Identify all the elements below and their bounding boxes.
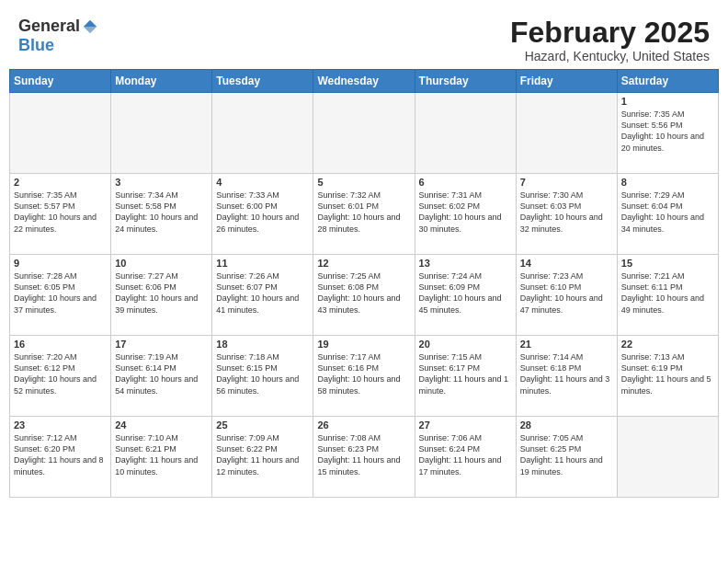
calendar-header-row: SundayMondayTuesdayWednesdayThursdayFrid… bbox=[10, 70, 719, 93]
svg-marker-1 bbox=[84, 27, 97, 33]
calendar-day-cell: 6Sunrise: 7:31 AM Sunset: 6:02 PM Daylig… bbox=[415, 174, 516, 255]
calendar-day-cell: 7Sunrise: 7:30 AM Sunset: 6:03 PM Daylig… bbox=[516, 174, 617, 255]
day-info: Sunrise: 7:29 AM Sunset: 6:04 PM Dayligh… bbox=[621, 190, 714, 235]
calendar-day-cell: 22Sunrise: 7:13 AM Sunset: 6:19 PM Dayli… bbox=[617, 336, 718, 417]
day-number: 28 bbox=[520, 419, 613, 431]
calendar-day-cell: 28Sunrise: 7:05 AM Sunset: 6:25 PM Dayli… bbox=[516, 417, 617, 498]
logo: General Blue bbox=[18, 17, 98, 55]
calendar-day-cell bbox=[111, 93, 212, 174]
day-info: Sunrise: 7:20 AM Sunset: 6:12 PM Dayligh… bbox=[14, 351, 107, 396]
logo-icon bbox=[82, 18, 98, 35]
day-info: Sunrise: 7:10 AM Sunset: 6:21 PM Dayligh… bbox=[115, 432, 208, 477]
calendar-day-cell: 4Sunrise: 7:33 AM Sunset: 6:00 PM Daylig… bbox=[212, 174, 313, 255]
day-info: Sunrise: 7:27 AM Sunset: 6:06 PM Dayligh… bbox=[115, 270, 208, 316]
day-of-week-header: Friday bbox=[516, 70, 617, 93]
day-number: 20 bbox=[419, 339, 512, 350]
calendar-day-cell: 2Sunrise: 7:35 AM Sunset: 5:57 PM Daylig… bbox=[10, 174, 111, 255]
calendar-day-cell bbox=[415, 93, 516, 174]
day-of-week-header: Sunday bbox=[10, 70, 111, 93]
calendar-day-cell: 25Sunrise: 7:09 AM Sunset: 6:22 PM Dayli… bbox=[212, 417, 313, 498]
calendar-day-cell: 27Sunrise: 7:06 AM Sunset: 6:24 PM Dayli… bbox=[415, 417, 516, 498]
day-number: 19 bbox=[317, 339, 410, 350]
calendar-day-cell bbox=[516, 93, 617, 174]
day-number: 16 bbox=[14, 339, 107, 350]
day-info: Sunrise: 7:13 AM Sunset: 6:19 PM Dayligh… bbox=[621, 351, 714, 396]
day-info: Sunrise: 7:08 AM Sunset: 6:23 PM Dayligh… bbox=[317, 432, 410, 477]
day-number: 26 bbox=[317, 419, 410, 431]
day-number: 11 bbox=[216, 258, 309, 269]
day-info: Sunrise: 7:19 AM Sunset: 6:14 PM Dayligh… bbox=[115, 351, 208, 396]
calendar-day-cell: 14Sunrise: 7:23 AM Sunset: 6:10 PM Dayli… bbox=[516, 255, 617, 336]
calendar-week-row: 16Sunrise: 7:20 AM Sunset: 6:12 PM Dayli… bbox=[10, 336, 719, 417]
calendar-day-cell: 21Sunrise: 7:14 AM Sunset: 6:18 PM Dayli… bbox=[516, 336, 617, 417]
calendar-day-cell: 23Sunrise: 7:12 AM Sunset: 6:20 PM Dayli… bbox=[10, 417, 111, 498]
calendar-day-cell: 17Sunrise: 7:19 AM Sunset: 6:14 PM Dayli… bbox=[111, 336, 212, 417]
day-number: 22 bbox=[621, 339, 714, 350]
day-info: Sunrise: 7:05 AM Sunset: 6:25 PM Dayligh… bbox=[520, 432, 613, 477]
day-number: 13 bbox=[419, 258, 512, 269]
day-number: 4 bbox=[216, 177, 309, 188]
calendar-day-cell: 10Sunrise: 7:27 AM Sunset: 6:06 PM Dayli… bbox=[111, 255, 212, 336]
calendar-week-row: 23Sunrise: 7:12 AM Sunset: 6:20 PM Dayli… bbox=[10, 417, 719, 498]
calendar-day-cell: 9Sunrise: 7:28 AM Sunset: 6:05 PM Daylig… bbox=[10, 255, 111, 336]
day-info: Sunrise: 7:31 AM Sunset: 6:02 PM Dayligh… bbox=[419, 190, 512, 235]
calendar-day-cell: 24Sunrise: 7:10 AM Sunset: 6:21 PM Dayli… bbox=[111, 417, 212, 498]
day-info: Sunrise: 7:35 AM Sunset: 5:57 PM Dayligh… bbox=[14, 190, 107, 235]
day-number: 1 bbox=[621, 96, 714, 107]
calendar-week-row: 9Sunrise: 7:28 AM Sunset: 6:05 PM Daylig… bbox=[10, 255, 719, 336]
day-number: 9 bbox=[14, 258, 107, 269]
day-number: 10 bbox=[115, 258, 208, 269]
calendar-day-cell bbox=[212, 93, 313, 174]
day-number: 21 bbox=[520, 339, 613, 350]
page-header: General Blue February 2025 Hazard, Kentu… bbox=[9, 9, 719, 69]
day-number: 12 bbox=[317, 258, 410, 269]
day-of-week-header: Thursday bbox=[415, 70, 516, 93]
calendar-day-cell: 13Sunrise: 7:24 AM Sunset: 6:09 PM Dayli… bbox=[415, 255, 516, 336]
calendar-day-cell bbox=[10, 93, 111, 174]
calendar-day-cell: 18Sunrise: 7:18 AM Sunset: 6:15 PM Dayli… bbox=[212, 336, 313, 417]
day-number: 3 bbox=[115, 177, 208, 188]
calendar-day-cell: 20Sunrise: 7:15 AM Sunset: 6:17 PM Dayli… bbox=[415, 336, 516, 417]
day-number: 2 bbox=[14, 177, 107, 188]
day-number: 15 bbox=[621, 258, 714, 269]
calendar-day-cell: 15Sunrise: 7:21 AM Sunset: 6:11 PM Dayli… bbox=[617, 255, 718, 336]
calendar-day-cell: 5Sunrise: 7:32 AM Sunset: 6:01 PM Daylig… bbox=[313, 174, 415, 255]
day-of-week-header: Tuesday bbox=[212, 70, 313, 93]
calendar-week-row: 2Sunrise: 7:35 AM Sunset: 5:57 PM Daylig… bbox=[10, 174, 719, 255]
day-info: Sunrise: 7:30 AM Sunset: 6:03 PM Dayligh… bbox=[520, 190, 613, 235]
day-number: 6 bbox=[419, 177, 512, 188]
logo-general-text: General bbox=[18, 17, 80, 36]
day-info: Sunrise: 7:32 AM Sunset: 6:01 PM Dayligh… bbox=[317, 190, 410, 235]
calendar-day-cell: 1Sunrise: 7:35 AM Sunset: 5:56 PM Daylig… bbox=[617, 93, 718, 174]
day-number: 27 bbox=[419, 419, 512, 431]
calendar-week-row: 1Sunrise: 7:35 AM Sunset: 5:56 PM Daylig… bbox=[10, 93, 719, 174]
calendar-day-cell: 26Sunrise: 7:08 AM Sunset: 6:23 PM Dayli… bbox=[313, 417, 415, 498]
day-number: 7 bbox=[520, 177, 613, 188]
day-number: 25 bbox=[216, 419, 309, 431]
day-info: Sunrise: 7:21 AM Sunset: 6:11 PM Dayligh… bbox=[621, 270, 714, 316]
title-block: February 2025 Hazard, Kentucky, United S… bbox=[510, 17, 710, 63]
day-info: Sunrise: 7:25 AM Sunset: 6:08 PM Dayligh… bbox=[317, 270, 410, 316]
calendar-day-cell: 12Sunrise: 7:25 AM Sunset: 6:08 PM Dayli… bbox=[313, 255, 415, 336]
day-info: Sunrise: 7:26 AM Sunset: 6:07 PM Dayligh… bbox=[216, 270, 309, 316]
day-number: 5 bbox=[317, 177, 410, 188]
calendar-day-cell: 8Sunrise: 7:29 AM Sunset: 6:04 PM Daylig… bbox=[617, 174, 718, 255]
calendar-day-cell bbox=[313, 93, 415, 174]
day-info: Sunrise: 7:12 AM Sunset: 6:20 PM Dayligh… bbox=[14, 432, 107, 477]
day-info: Sunrise: 7:17 AM Sunset: 6:16 PM Dayligh… bbox=[317, 351, 410, 396]
calendar-table: SundayMondayTuesdayWednesdayThursdayFrid… bbox=[9, 69, 719, 498]
day-info: Sunrise: 7:09 AM Sunset: 6:22 PM Dayligh… bbox=[216, 432, 309, 477]
svg-marker-0 bbox=[84, 19, 97, 26]
calendar-day-cell bbox=[617, 417, 718, 498]
day-number: 14 bbox=[520, 258, 613, 269]
logo-blue-text: Blue bbox=[18, 36, 54, 55]
day-info: Sunrise: 7:35 AM Sunset: 5:56 PM Dayligh… bbox=[621, 109, 714, 154]
day-number: 24 bbox=[115, 419, 208, 431]
day-info: Sunrise: 7:33 AM Sunset: 6:00 PM Dayligh… bbox=[216, 190, 309, 235]
day-info: Sunrise: 7:06 AM Sunset: 6:24 PM Dayligh… bbox=[419, 432, 512, 477]
day-number: 23 bbox=[14, 419, 107, 431]
day-number: 17 bbox=[115, 339, 208, 350]
calendar-day-cell: 19Sunrise: 7:17 AM Sunset: 6:16 PM Dayli… bbox=[313, 336, 415, 417]
day-of-week-header: Wednesday bbox=[313, 70, 415, 93]
calendar-day-cell: 3Sunrise: 7:34 AM Sunset: 5:58 PM Daylig… bbox=[111, 174, 212, 255]
